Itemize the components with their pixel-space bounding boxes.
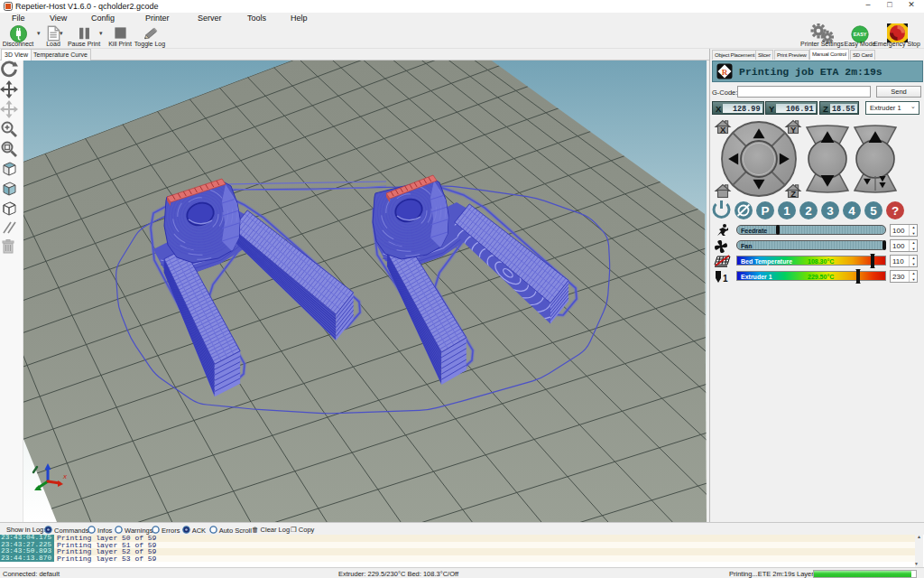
svg-text:5: 5 <box>870 204 877 218</box>
svg-text:Z: Z <box>790 189 796 199</box>
svg-text:?: ? <box>892 204 899 218</box>
svg-text:3: 3 <box>827 204 834 218</box>
svg-text:4: 4 <box>848 204 855 218</box>
svg-text:1: 1 <box>783 204 790 218</box>
svg-text:Y: Y <box>790 125 797 135</box>
svg-text:EASY: EASY <box>854 32 867 37</box>
svg-text:2: 2 <box>805 204 812 218</box>
svg-text:1: 1 <box>723 274 728 284</box>
svg-text:R: R <box>722 68 728 77</box>
svg-text:P: P <box>761 204 769 218</box>
svg-text:X: X <box>720 125 726 135</box>
